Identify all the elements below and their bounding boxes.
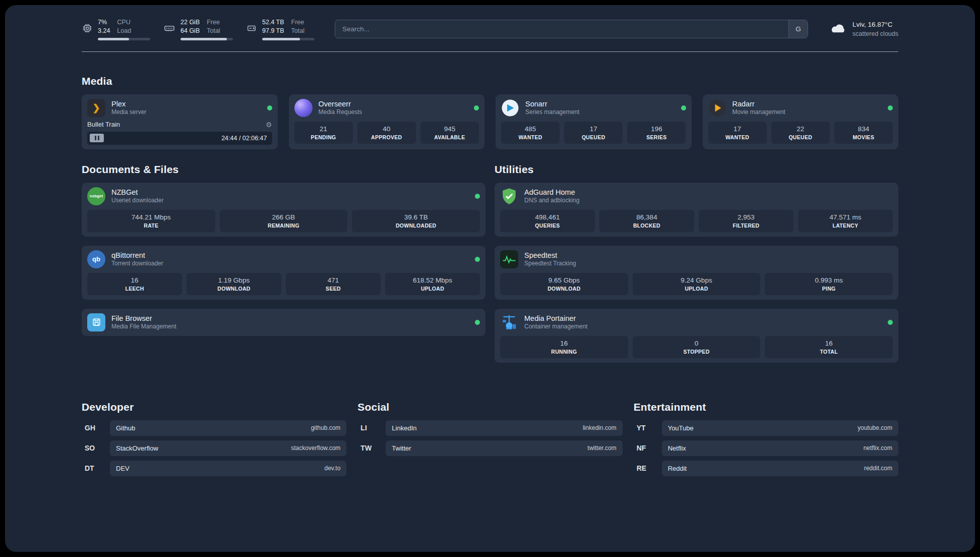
service-desc: Media File Management (111, 323, 176, 331)
cpu-load-value: 3.24 (98, 27, 110, 35)
stat-value: 22 (773, 125, 828, 133)
bookmark-url: netflix.com (864, 444, 892, 452)
section-title-entertainment: Entertainment (634, 401, 898, 413)
bookmark-link-linkedin[interactable]: LinkedIn linkedin.com (386, 420, 622, 436)
plex-now-playing: Bullet Train ⚙ 24:44 / 02:06:47 (87, 121, 272, 145)
stat-value: 39.6 TB (354, 213, 478, 221)
speedtest-icon (500, 250, 518, 268)
bookmark-abbr: DT (82, 464, 110, 472)
stat-value: 834 (836, 125, 891, 133)
stat-label: QUEUED (773, 134, 828, 140)
bookmark-link-stackoverflow[interactable]: StackOverflow stackoverflow.com (110, 440, 346, 456)
stat-label: REMAINING (222, 222, 346, 229)
search-input[interactable] (335, 20, 788, 38)
service-name[interactable]: qBittorrent (111, 251, 163, 260)
stat-tile: 39.6 TB DOWNLOADED (352, 210, 480, 232)
cloud-icon (828, 21, 847, 37)
service-card-plex[interactable]: Plex Media server Bullet Train ⚙ 24:44 /… (82, 94, 278, 149)
portainer-icon (500, 313, 518, 331)
service-name[interactable]: Speedtest (524, 251, 576, 260)
disk-free-label: Free (291, 18, 304, 27)
player-progress-bar[interactable]: 24:44 / 02:06:47 (87, 132, 272, 145)
stat-label: UPLOAD (387, 286, 478, 292)
stat-label: QUEUED (566, 134, 621, 140)
section-title-social: Social (357, 401, 622, 413)
service-name[interactable]: Radarr (732, 99, 785, 109)
stat-tile: 834 MOVIES (834, 122, 893, 144)
stat-tile: 0.993 ms PING (765, 273, 893, 295)
service-name[interactable]: Sonarr (525, 99, 579, 109)
memory-icon (163, 22, 175, 36)
service-card-radarr[interactable]: Radarr Movie management 17 WANTED 22 QUE… (703, 94, 899, 149)
utilities-column: Utilities AdGuard Home DNS and adblockin… (495, 149, 898, 372)
stat-value: 945 (422, 125, 477, 133)
service-name[interactable]: AdGuard Home (524, 188, 579, 197)
service-card-portainer[interactable]: Media Portainer Container management 16 … (495, 309, 898, 363)
service-desc: Torrent downloader (111, 260, 163, 268)
service-card-overseerr[interactable]: Overseerr Media Requests 21 PENDING 40 A… (289, 94, 485, 149)
sonarr-icon (501, 99, 519, 117)
memory-free-label: Free (207, 18, 220, 27)
status-dot (475, 194, 480, 199)
service-desc: Container management (524, 323, 587, 331)
bookmarks-section: Developer GH Github github.com SO StackO… (82, 401, 898, 481)
service-name[interactable]: Plex (111, 99, 146, 109)
stat-value: 471 (288, 276, 379, 284)
service-desc: Movie management (732, 108, 785, 117)
service-card-sonarr[interactable]: Sonarr Series management 485 WANTED 17 Q… (496, 94, 692, 149)
stat-value: 0 (635, 340, 759, 347)
memory-progress-bar (180, 38, 233, 40)
bookmark-name: Netflix (668, 444, 686, 452)
stat-value: 16 (89, 276, 180, 284)
stat-label: PING (767, 286, 891, 292)
stat-tile: 196 SERIES (627, 122, 686, 144)
now-playing-title: Bullet Train (87, 121, 120, 128)
stat-label: MOVIES (836, 134, 891, 140)
status-dot (888, 320, 893, 325)
stat-label: RUNNING (502, 349, 626, 355)
service-name[interactable]: NZBGet (111, 188, 163, 197)
stat-tile: 9.24 Gbps UPLOAD (633, 273, 761, 295)
service-desc: Usenet downloader (111, 197, 163, 205)
service-card-speedtest[interactable]: Speedtest Speedtest Tracking 9.65 Gbps D… (495, 246, 898, 300)
stat-value: 16 (767, 340, 891, 347)
stat-value: 618.52 Mbps (387, 276, 478, 284)
search-provider-button[interactable]: G (788, 20, 808, 38)
service-name[interactable]: Media Portainer (524, 314, 587, 323)
bookmark-url: dev.to (325, 465, 341, 472)
service-desc: Speedtest Tracking (524, 260, 576, 268)
gear-icon[interactable]: ⚙ (266, 121, 272, 129)
stat-label: WANTED (710, 134, 765, 140)
bookmark-row: SO StackOverflow stackoverflow.com (82, 440, 346, 456)
pause-button[interactable] (90, 134, 104, 142)
bookmark-link-netflix[interactable]: Netflix netflix.com (662, 440, 898, 456)
service-name[interactable]: Overseerr (319, 99, 362, 109)
bookmark-url: twitter.com (587, 444, 616, 452)
search-bar: G (335, 20, 808, 38)
service-name[interactable]: File Browser (111, 314, 176, 323)
bookmark-link-github[interactable]: Github github.com (110, 420, 346, 436)
stat-label: UPLOAD (635, 286, 759, 292)
bookmark-link-youtube[interactable]: YouTube youtube.com (662, 420, 898, 436)
stat-value: 17 (710, 125, 765, 133)
disk-progress-bar (262, 38, 315, 40)
bookmark-link-dev[interactable]: DEV dev.to (110, 461, 346, 476)
stat-label: SEED (288, 286, 379, 292)
bookmark-link-reddit[interactable]: Reddit reddit.com (662, 461, 898, 476)
status-dot (475, 257, 480, 262)
bookmark-group-social: Social LI LinkedIn linkedin.com TW Twitt… (357, 401, 622, 481)
bookmark-abbr: TW (357, 444, 386, 452)
service-card-adguard[interactable]: AdGuard Home DNS and adblocking 498,461 … (495, 183, 898, 237)
bookmark-link-twitter[interactable]: Twitter twitter.com (386, 440, 622, 456)
disk-total-label: Total (291, 27, 304, 35)
stat-label: TOTAL (767, 349, 891, 355)
stat-value: 266 GB (222, 213, 346, 221)
stat-tile: 471 SEED (286, 273, 381, 295)
service-card-qbittorrent[interactable]: qBittorrent Torrent downloader 16 LEECH … (82, 246, 485, 300)
media-card-grid: Plex Media server Bullet Train ⚙ 24:44 /… (82, 94, 898, 149)
service-card-filebrowser[interactable]: File Browser Media File Management (82, 309, 485, 336)
stat-value: 498,461 (502, 213, 593, 221)
cpu-icon (82, 23, 93, 36)
service-card-nzbget[interactable]: NZBGet Usenet downloader 744.21 Mbps RAT… (82, 183, 485, 237)
disk-icon (246, 23, 257, 36)
